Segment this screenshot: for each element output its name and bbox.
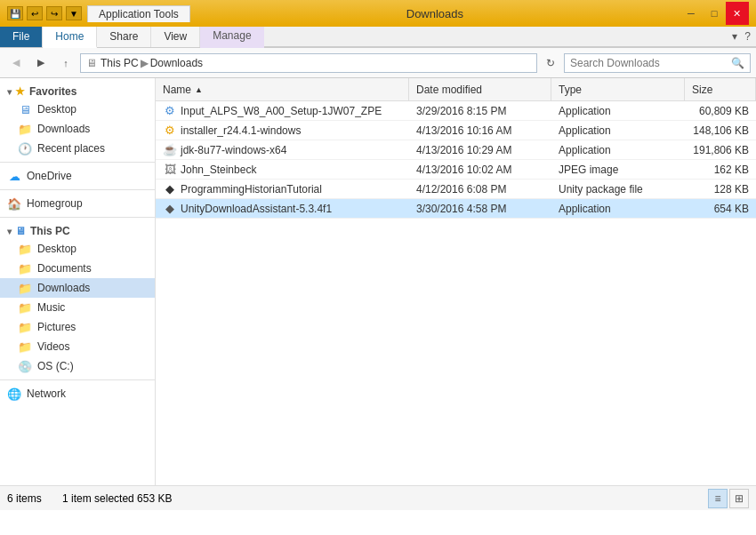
- search-input[interactable]: [570, 57, 731, 69]
- file-name-cell: ◆ ProgrammingHistorianTutorial: [156, 182, 409, 196]
- sidebar-section-thispc: ▾ 🖥 This PC 📁 Desktop 📁 Documents 📁 Down…: [0, 221, 155, 376]
- file-name: jdk-8u77-windows-x64: [181, 144, 286, 156]
- music-label: Music: [37, 301, 65, 314]
- this-pc-sidebar-label: This PC: [30, 225, 70, 237]
- sidebar-item-documents[interactable]: 📁 Documents: [0, 259, 155, 278]
- title-bar-quick-access: 💾 ↩ ↪ ▼: [7, 6, 82, 20]
- sidebar-item-music[interactable]: 📁 Music: [0, 298, 155, 317]
- help-btn[interactable]: ?: [744, 30, 751, 43]
- undo-icon[interactable]: ↩: [27, 6, 43, 20]
- ribbon-collapse-btn[interactable]: ▾: [732, 30, 737, 43]
- sidebar-item-desktop[interactable]: 🖥 Desktop: [0, 100, 155, 119]
- col-header-type[interactable]: Type: [551, 78, 685, 100]
- sidebar-item-onedrive[interactable]: ☁ OneDrive: [0, 166, 155, 186]
- table-row[interactable]: 🖼 John_Steinbeck 4/13/2016 10:02 AM JPEG…: [156, 160, 756, 180]
- file-date-cell: 3/29/2016 8:15 PM: [409, 105, 551, 117]
- sidebar-item-videos[interactable]: 📁 Videos: [0, 337, 155, 356]
- sidebar-section-favorites: ▾ ★ Favorites 🖥 Desktop 📁 Downloads 🕐 Re…: [0, 82, 155, 158]
- file-name-cell: ⚙ installer_r24.4.1-windows: [156, 124, 409, 138]
- sidebar-section-network: 🌐 Network: [0, 384, 155, 403]
- homegroup-icon: 🏠: [7, 196, 21, 211]
- sidebar-section-onedrive: ☁ OneDrive: [0, 166, 155, 186]
- file-list: Name ▲ Date modified Type Size ⚙ Input_A…: [156, 78, 756, 485]
- search-icon[interactable]: 🔍: [731, 57, 744, 69]
- sidebar-item-pc-desktop[interactable]: 📁 Desktop: [0, 239, 155, 259]
- downloads-fav-label: Downloads: [37, 123, 90, 135]
- desktop-label: Desktop: [37, 103, 76, 116]
- sidebar-section-homegroup: 🏠 Homegroup: [0, 194, 155, 213]
- file-size-cell: 162 KB: [685, 164, 756, 176]
- status-bar: 6 items 1 item selected 653 KB ≡ ⊞: [0, 485, 756, 510]
- file-type-icon: ⚙: [163, 104, 177, 118]
- app-tools-tab[interactable]: Application Tools: [87, 5, 190, 22]
- minimize-button[interactable]: ─: [680, 2, 703, 25]
- pictures-label: Pictures: [37, 321, 76, 333]
- sidebar-item-pictures[interactable]: 📁 Pictures: [0, 317, 155, 337]
- tab-manage[interactable]: Manage: [200, 27, 263, 48]
- sidebar-item-recent[interactable]: 🕐 Recent places: [0, 139, 155, 158]
- tab-view[interactable]: View: [151, 27, 200, 47]
- recent-label: Recent places: [37, 142, 105, 155]
- file-type-icon: ◆: [163, 202, 177, 216]
- file-type-icon: 🖼: [163, 163, 177, 177]
- videos-label: Videos: [37, 340, 69, 353]
- star-icon: ★: [15, 85, 25, 98]
- tab-share[interactable]: Share: [97, 27, 151, 47]
- file-name-cell: ⚙ Input_ALPS_W8_A00_Setup-1JW07_ZPE: [156, 104, 409, 118]
- pc-desktop-icon: 📁: [18, 242, 32, 256]
- sidebar-item-osdrive[interactable]: 💿 OS (C:): [0, 356, 155, 376]
- file-name-cell: ◆ UnityDownloadAssistant-5.3.4f1: [156, 202, 409, 216]
- file-type-cell: Application: [551, 124, 685, 137]
- close-button[interactable]: ✕: [726, 2, 749, 25]
- up-button[interactable]: ↑: [55, 53, 76, 73]
- table-row[interactable]: ☕ jdk-8u77-windows-x64 4/13/2016 10:29 A…: [156, 140, 756, 160]
- downloads-icon: 📁: [18, 281, 32, 295]
- back-button[interactable]: ◀: [5, 53, 27, 73]
- save-icon[interactable]: 💾: [7, 6, 23, 20]
- table-row[interactable]: ⚙ Input_ALPS_W8_A00_Setup-1JW07_ZPE 3/29…: [156, 101, 756, 121]
- file-size-cell: 128 KB: [685, 183, 756, 196]
- file-rows-container: ⚙ Input_ALPS_W8_A00_Setup-1JW07_ZPE 3/29…: [156, 101, 756, 219]
- sidebar-item-downloads-fav[interactable]: 📁 Downloads: [0, 119, 155, 139]
- file-type-cell: Unity package file: [551, 183, 685, 196]
- file-name: John_Steinbeck: [181, 164, 256, 176]
- tab-home[interactable]: Home: [43, 27, 97, 48]
- selected-info: 1 item selected 653 KB: [62, 492, 172, 505]
- col-header-date[interactable]: Date modified: [409, 78, 551, 100]
- sidebar-thispc-header[interactable]: ▾ 🖥 This PC: [0, 221, 155, 239]
- file-size-cell: 654 KB: [685, 203, 756, 215]
- tiles-view-button[interactable]: ⊞: [729, 489, 749, 508]
- file-date-cell: 4/12/2016 6:08 PM: [409, 183, 551, 196]
- refresh-button[interactable]: ↻: [541, 53, 560, 73]
- title-bar: 💾 ↩ ↪ ▼ Application Tools Downloads ─ □ …: [0, 0, 756, 27]
- ribbon: File Home Share View Manage ▾ ?: [0, 27, 756, 48]
- sidebar-item-homegroup[interactable]: 🏠 Homegroup: [0, 194, 155, 213]
- sidebar-divider-4: [0, 379, 155, 380]
- address-bar: ◀ ▶ ↑ 🖥 This PC ▶ Downloads ↻ 🔍: [0, 48, 756, 78]
- path-icon: 🖥: [86, 57, 97, 69]
- homegroup-label: Homegroup: [27, 197, 83, 210]
- title-bar-left: 💾 ↩ ↪ ▼ Application Tools: [7, 5, 190, 22]
- forward-button[interactable]: ▶: [30, 53, 52, 73]
- table-row[interactable]: ⚙ installer_r24.4.1-windows 4/13/2016 10…: [156, 121, 756, 140]
- table-row[interactable]: ◆ ProgrammingHistorianTutorial 4/12/2016…: [156, 180, 756, 199]
- col-header-name[interactable]: Name ▲: [156, 78, 409, 100]
- file-type-cell: Application: [551, 105, 685, 117]
- dropdown-icon[interactable]: ▼: [66, 6, 82, 20]
- file-date-cell: 3/30/2016 4:58 PM: [409, 203, 551, 215]
- sidebar-item-downloads[interactable]: 📁 Downloads: [0, 278, 155, 298]
- table-row[interactable]: ◆ UnityDownloadAssistant-5.3.4f1 3/30/20…: [156, 199, 756, 219]
- sidebar-favorites-header[interactable]: ▾ ★ Favorites: [0, 82, 155, 100]
- col-header-size[interactable]: Size: [685, 78, 756, 100]
- details-view-button[interactable]: ≡: [708, 489, 728, 508]
- address-path[interactable]: 🖥 This PC ▶ Downloads: [80, 53, 537, 73]
- sidebar-item-network[interactable]: 🌐 Network: [0, 384, 155, 403]
- file-type-cell: Application: [551, 144, 685, 156]
- pictures-icon: 📁: [18, 320, 32, 334]
- downloads-sidebar-label: Downloads: [37, 282, 90, 294]
- this-pc-label: This PC: [101, 57, 139, 69]
- redo-icon[interactable]: ↪: [46, 6, 62, 20]
- documents-icon: 📁: [18, 261, 32, 275]
- maximize-button[interactable]: □: [703, 2, 726, 25]
- tab-file[interactable]: File: [0, 27, 43, 47]
